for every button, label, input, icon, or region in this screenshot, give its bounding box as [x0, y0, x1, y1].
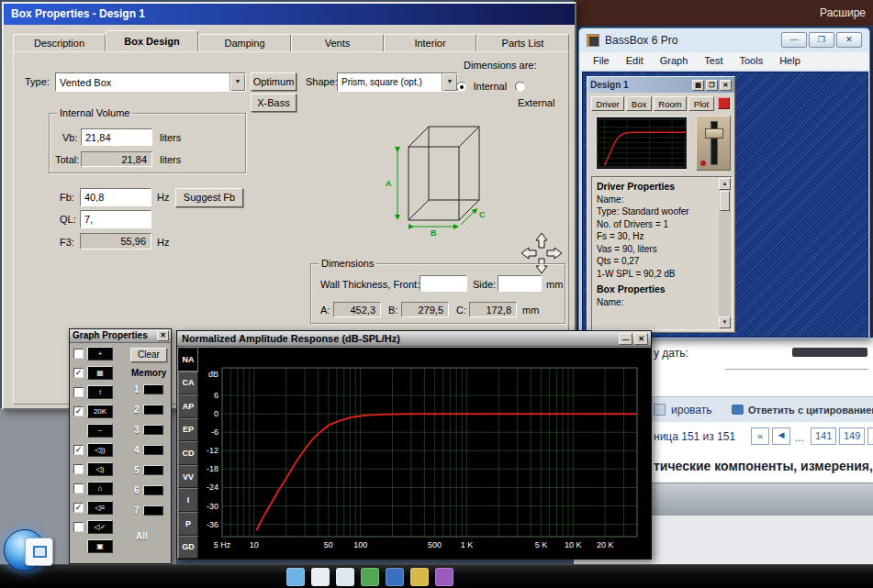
box-curve-icon[interactable]: ▣: [87, 539, 113, 553]
pagination-first-button[interactable]: «: [751, 427, 769, 445]
graph-button-ap[interactable]: AP: [178, 394, 198, 418]
radio-internal[interactable]: Internal: [456, 77, 507, 94]
xbass-button[interactable]: X-Bass: [251, 94, 297, 112]
optimum-button[interactable]: Optimum: [251, 72, 297, 91]
tab-damping[interactable]: Damping: [198, 34, 291, 51]
scroll-up-icon[interactable]: ▲: [719, 178, 731, 190]
suggest-fb-button[interactable]: Suggest Fb: [175, 188, 243, 207]
grid-checkbox[interactable]: [73, 368, 84, 378]
close-button[interactable]: ✕: [836, 32, 862, 48]
copy-icon-button[interactable]: ❐: [706, 80, 718, 91]
browser-titlebar[interactable]: Расшире: [574, 0, 873, 26]
box-button[interactable]: Box: [626, 96, 652, 111]
menu-graph[interactable]: Graph: [652, 52, 697, 70]
save-icon-button[interactable]: ▤: [692, 80, 704, 91]
vb-input[interactable]: [81, 128, 152, 146]
pagination-page-button[interactable]: 141: [811, 427, 836, 445]
vertical-scale-checkbox[interactable]: [73, 387, 84, 397]
taskbar-icon[interactable]: [361, 568, 379, 586]
taskbar-icon[interactable]: [336, 568, 354, 586]
graph-button-ep[interactable]: EP: [178, 418, 198, 442]
memory-slot-4[interactable]: [143, 445, 163, 455]
box-properties-titlebar[interactable]: Box Properties - Design 1: [4, 4, 575, 25]
graph-button-vv[interactable]: VV: [178, 465, 198, 489]
crosshair-icon[interactable]: +: [87, 347, 113, 361]
reply-with-quote-link[interactable]: Ответить с цитированием: [748, 405, 873, 416]
clear-button[interactable]: Clear: [130, 348, 167, 362]
tab-box-design[interactable]: Box Design: [106, 30, 198, 51]
quote-link-fragment[interactable]: ировать: [671, 404, 711, 416]
switch-handle[interactable]: [705, 128, 723, 139]
radio-external[interactable]: External: [515, 77, 568, 110]
bassbox-titlebar[interactable]: BassBox 6 Pro — ❐ ✕: [579, 28, 869, 51]
tab-interior[interactable]: Interior: [384, 34, 476, 51]
radio-internal-circle[interactable]: [456, 82, 466, 92]
close-icon[interactable]: ✕: [634, 333, 648, 345]
vented-curve-checkbox[interactable]: [73, 445, 84, 455]
design1-titlebar[interactable]: Design 1 ▤ ❐ ✕: [588, 77, 734, 93]
plot-button[interactable]: Plot: [688, 96, 714, 111]
menu-edit[interactable]: Edit: [618, 52, 652, 70]
taskbar-icon[interactable]: [311, 568, 330, 586]
signal-switch-control[interactable]: [696, 116, 731, 171]
graph-button-na[interactable]: NA: [178, 348, 198, 372]
bandwidth-20k-checkbox[interactable]: [73, 406, 84, 416]
tab-description[interactable]: Description: [13, 34, 106, 51]
fb-input[interactable]: [80, 188, 151, 206]
menu-file[interactable]: File: [585, 52, 618, 70]
trace-style-icon[interactable]: ~: [87, 424, 113, 438]
minimize-icon[interactable]: —: [619, 333, 632, 345]
memory-slot-7[interactable]: [143, 505, 163, 516]
driver-button[interactable]: Driver: [591, 96, 624, 111]
scrollbar[interactable]: ▲ ▼: [719, 178, 731, 328]
grid-icon[interactable]: ▦: [87, 366, 113, 380]
pagination-page-button[interactable]: 149: [839, 427, 865, 445]
test-curve-checkbox[interactable]: [73, 522, 84, 532]
bandwidth-20k-icon[interactable]: 20K: [87, 405, 113, 418]
menu-help[interactable]: Help: [771, 52, 809, 70]
quote-icon[interactable]: [654, 404, 666, 416]
ql-input[interactable]: [80, 210, 151, 228]
box-type-select[interactable]: Vented Box ▼: [55, 72, 246, 92]
menu-test[interactable]: Test: [696, 52, 731, 70]
tab-parts-list[interactable]: Parts List: [476, 34, 569, 51]
scroll-down-icon[interactable]: ▼: [719, 316, 731, 328]
driver-speaker-icon[interactable]: ◁): [87, 462, 113, 476]
vertical-scale-icon[interactable]: ↕: [87, 385, 113, 399]
plot-color-swatch[interactable]: [718, 97, 730, 109]
pinned-app-tile[interactable]: [25, 538, 53, 566]
maximize-button[interactable]: ❐: [809, 32, 834, 48]
taskbar-icon[interactable]: [435, 568, 453, 586]
amplitude-titlebar[interactable]: Normalized Amplitude Response (dB-SPL/Hz…: [177, 331, 651, 347]
graph-button-p[interactable]: P: [178, 512, 198, 536]
eq-speaker-icon[interactable]: ◁≡: [87, 501, 113, 515]
close-icon[interactable]: ✕: [157, 330, 169, 341]
graph-button-ca[interactable]: CA: [178, 372, 198, 395]
memory-all-label[interactable]: All: [136, 531, 148, 541]
graph-button-gd[interactable]: GD: [178, 536, 198, 560]
response-thumbnail[interactable]: [595, 116, 688, 171]
crosshair-checkbox[interactable]: [73, 349, 84, 359]
pagination-page-button[interactable]: 1..: [867, 427, 873, 445]
eq-curve-checkbox[interactable]: [73, 503, 84, 513]
driver-curve-checkbox[interactable]: [73, 464, 84, 474]
memory-slot-6[interactable]: [143, 485, 163, 495]
scroll-thumb[interactable]: [720, 191, 730, 211]
close-icon-button[interactable]: ✕: [720, 80, 732, 91]
graph-button-cd[interactable]: CD: [178, 441, 198, 465]
room-curve-checkbox[interactable]: [73, 483, 84, 494]
wall-side-input[interactable]: [498, 275, 542, 292]
minimize-button[interactable]: —: [781, 32, 807, 48]
shape-select[interactable]: Prism, square (opt.) ▼: [337, 72, 458, 92]
room-button[interactable]: Room: [654, 96, 687, 111]
graph-button-i[interactable]: I: [178, 488, 198, 512]
vented-speaker-icon[interactable]: ◁)): [87, 443, 113, 457]
pagination-prev-button[interactable]: ◀: [772, 427, 790, 445]
taskbar-icon[interactable]: [410, 568, 429, 586]
chevron-down-icon[interactable]: ▼: [229, 73, 245, 91]
memory-slot-5[interactable]: [143, 465, 163, 475]
tab-vents[interactable]: Vents: [291, 34, 384, 51]
room-icon[interactable]: ⌂: [87, 482, 113, 495]
wall-front-input[interactable]: [420, 275, 467, 292]
memory-slot-3[interactable]: [143, 425, 163, 435]
